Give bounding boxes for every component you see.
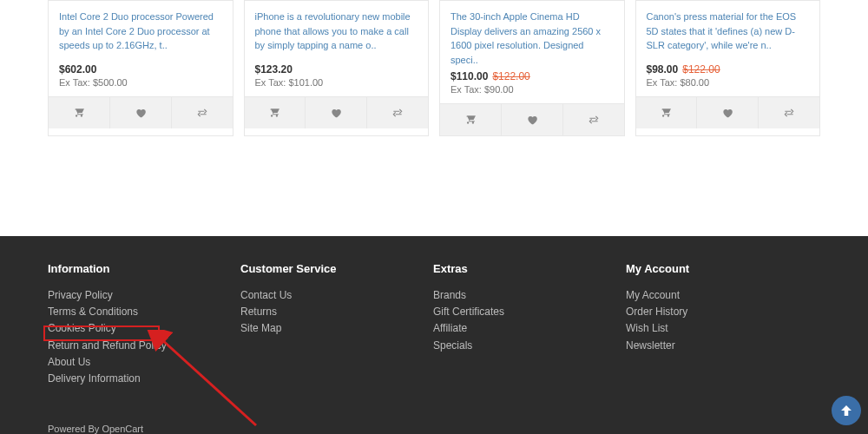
footer-link-affiliate[interactable]: Affiliate	[433, 320, 626, 337]
footer-heading: Information	[48, 262, 240, 275]
footer-link-terms[interactable]: Terms & Conditions	[48, 304, 240, 320]
footer-col-account: My Account My Account Order History Wish…	[626, 262, 819, 387]
product-extax: Ex Tax: $101.00	[255, 77, 418, 96]
product-card: Canon's press material for the EOS 5D st…	[635, 0, 821, 136]
footer-link-about[interactable]: About Us	[48, 354, 240, 371]
footer-col-extras: Extras Brands Gift Certificates Affiliat…	[433, 262, 626, 387]
compare-button[interactable]	[172, 97, 233, 128]
footer-link-newsletter[interactable]: Newsletter	[626, 338, 819, 354]
footer-link-specials[interactable]: Specials	[433, 338, 626, 354]
product-old-price: $122.00	[492, 70, 529, 82]
product-price: $110.00	[450, 70, 488, 82]
add-to-cart-button[interactable]	[245, 97, 306, 128]
wishlist-button[interactable]	[110, 97, 172, 128]
footer-powered: Powered By OpenCart Your Store © 2024	[48, 424, 820, 434]
compare-icon	[783, 107, 795, 119]
product-card: iPhone is a revolutionary new mobile pho…	[244, 0, 430, 136]
heart-icon	[721, 107, 733, 119]
footer-heading: Customer Service	[240, 262, 433, 275]
cart-icon	[73, 107, 85, 119]
product-description[interactable]: Intel Core 2 Duo processor Powered by an…	[59, 10, 222, 60]
footer-link-return-refund[interactable]: Return and Refund Policy	[48, 338, 240, 354]
footer-link-returns[interactable]: Returns	[240, 304, 433, 320]
product-old-price: $122.00	[682, 63, 720, 76]
footer-link-privacy[interactable]: Privacy Policy	[48, 287, 240, 304]
add-to-cart-button[interactable]	[49, 97, 110, 128]
footer-col-service: Customer Service Contact Us Returns Site…	[240, 262, 433, 387]
opencart-link[interactable]: OpenCart	[102, 424, 143, 434]
product-price: $123.20	[255, 63, 293, 76]
product-extax: Ex Tax: $80.00	[647, 77, 810, 96]
compare-icon	[588, 114, 600, 126]
footer-link-brands[interactable]: Brands	[433, 287, 626, 304]
wishlist-button[interactable]	[502, 104, 563, 135]
product-extax: Ex Tax: $90.00	[450, 84, 614, 103]
compare-button[interactable]	[367, 97, 428, 128]
arrow-up-icon	[838, 403, 854, 418]
scroll-to-top-button[interactable]	[832, 396, 861, 425]
footer-link-delivery[interactable]: Delivery Information	[48, 371, 240, 387]
add-to-cart-button[interactable]	[636, 97, 698, 128]
product-card: The 30-inch Apple Cinema HD Display deli…	[439, 0, 625, 136]
product-price: $98.00	[647, 63, 679, 76]
product-description[interactable]: Canon's press material for the EOS 5D st…	[647, 10, 810, 60]
cart-icon	[268, 107, 280, 119]
wishlist-button[interactable]	[306, 97, 367, 128]
footer-link-sitemap[interactable]: Site Map	[240, 320, 433, 337]
footer-link-myaccount[interactable]: My Account	[626, 287, 819, 304]
heart-icon	[135, 107, 147, 119]
product-description[interactable]: iPhone is a revolutionary new mobile pho…	[255, 10, 418, 60]
heart-icon	[526, 114, 538, 126]
footer-heading: Extras	[433, 262, 626, 275]
compare-button[interactable]	[563, 104, 624, 135]
product-description[interactable]: The 30-inch Apple Cinema HD Display deli…	[450, 10, 614, 67]
compare-icon	[391, 107, 404, 119]
compare-icon	[196, 107, 208, 119]
product-card: Intel Core 2 Duo processor Powered by an…	[48, 0, 233, 136]
footer-link-gift[interactable]: Gift Certificates	[433, 304, 626, 320]
add-to-cart-button[interactable]	[440, 104, 502, 135]
footer-link-contact[interactable]: Contact Us	[240, 287, 433, 304]
footer: Information Privacy Policy Terms & Condi…	[0, 236, 868, 434]
wishlist-button[interactable]	[697, 97, 759, 128]
compare-button[interactable]	[759, 97, 819, 128]
footer-link-orderhistory[interactable]: Order History	[626, 304, 819, 320]
footer-link-wishlist[interactable]: Wish List	[626, 320, 819, 337]
footer-col-information: Information Privacy Policy Terms & Condi…	[48, 262, 240, 387]
product-price: $602.00	[59, 63, 96, 76]
footer-heading: My Account	[626, 262, 819, 275]
heart-icon	[330, 107, 342, 119]
cart-icon	[660, 107, 672, 119]
cart-icon	[464, 114, 477, 126]
product-extax: Ex Tax: $500.00	[59, 77, 222, 96]
product-grid: Intel Core 2 Duo processor Powered by an…	[0, 0, 868, 136]
footer-link-cookies[interactable]: Cookies Policy	[48, 320, 240, 337]
